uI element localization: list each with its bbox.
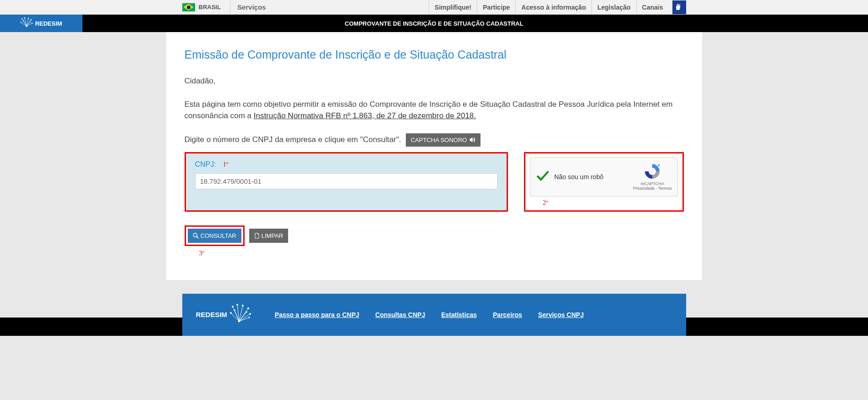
recaptcha-label: Não sou um robô (554, 173, 603, 181)
brasil-flag-icon (182, 3, 195, 11)
svg-point-38 (249, 317, 250, 318)
svg-line-19 (197, 236, 198, 238)
step1-marker: 1º (223, 161, 228, 168)
cnpj-label: CNPJ: (195, 160, 216, 169)
checkmark-icon (536, 169, 550, 185)
redesim-burst-icon (20, 17, 33, 30)
cnpj-panel: CNPJ: 1º (185, 152, 508, 212)
legislacao-link[interactable]: Legislação (591, 0, 636, 15)
audio-icon (469, 137, 475, 143)
acesso-link[interactable]: Acesso à informação (515, 0, 591, 15)
title-bar: REDESIM COMPROVANTE DE INSCRIÇÃO E DE SI… (0, 15, 868, 32)
svg-point-8 (31, 19, 32, 20)
footer: REDESIM Passo a passo para o CNPJ Co (182, 294, 686, 336)
svg-point-16 (30, 21, 31, 22)
participe-link[interactable]: Participe (477, 0, 515, 15)
svg-point-12 (21, 22, 22, 23)
document-icon (254, 233, 260, 239)
page-title: COMPROVANTE DE INSCRIÇÃO E DE SITUAÇÃO C… (345, 20, 524, 27)
limpar-button[interactable]: LIMPAR (249, 229, 288, 243)
canais-link[interactable]: Canais (636, 0, 669, 15)
svg-point-30 (249, 313, 251, 314)
instrucao-normativa-link[interactable]: Instrução Normativa RFB nº 1.863, de 27 … (254, 111, 476, 120)
content-card: Emissão de Comprovante de Inscrição e de… (166, 32, 702, 280)
svg-point-32 (230, 312, 231, 313)
captcha-sonoro-button[interactable]: CAPTCHA SONORO (406, 133, 481, 147)
svg-point-34 (234, 309, 235, 310)
gov-bar: BRASIL Serviços Simplifique! Participe A… (0, 0, 868, 15)
footer-consultas-link[interactable]: Consultas CNPJ (375, 311, 425, 318)
footer-parceiros-link[interactable]: Parceiros (493, 311, 522, 318)
svg-point-2 (22, 18, 22, 19)
step3-marker: 3º (199, 250, 245, 257)
footer-logo: REDESIM (196, 304, 252, 326)
search-icon (193, 233, 199, 239)
svg-point-18 (193, 233, 197, 237)
svg-point-28 (247, 307, 249, 309)
svg-point-4 (24, 17, 25, 18)
svg-point-22 (232, 306, 233, 307)
instruction-text: Digite o número de CNPJ da empresa e cli… (185, 135, 401, 144)
footer-servicos-link[interactable]: Serviços CNPJ (538, 311, 584, 318)
svg-point-10 (32, 23, 33, 24)
svg-line-31 (231, 313, 239, 321)
brasil-label: BRASIL (199, 4, 221, 11)
svg-point-36 (246, 311, 247, 312)
recaptcha-panel: Não sou um robô reCAPTCHA Privacidade - … (524, 152, 683, 212)
libras-icon[interactable] (672, 0, 686, 14)
recaptcha-logo-icon (644, 163, 661, 180)
cnpj-input[interactable] (195, 173, 498, 189)
svg-point-26 (242, 305, 243, 306)
recaptcha-widget[interactable]: Não sou um robô reCAPTCHA Privacidade - … (530, 157, 677, 197)
svg-point-14 (23, 20, 24, 21)
simplifique-link[interactable]: Simplifique! (429, 0, 477, 15)
footer-estatisticas-link[interactable]: Estatísticas (441, 311, 477, 318)
intro-paragraph: Esta página tem como objetivo permitir a… (185, 99, 684, 122)
greeting: Cidadão, (185, 75, 684, 87)
page-heading: Emissão de Comprovante de Inscrição e de… (185, 48, 684, 61)
redesim-logo[interactable]: REDESIM (0, 15, 82, 32)
footer-passo-link[interactable]: Passo a passo para o CNPJ (275, 311, 359, 318)
step2-marker: 2º (543, 199, 677, 207)
consultar-button[interactable]: CONSULTAR (188, 229, 241, 243)
servicos-link[interactable]: Serviços (230, 3, 273, 11)
redesim-burst-icon (230, 304, 252, 326)
svg-marker-17 (658, 164, 660, 167)
svg-point-6 (28, 18, 29, 19)
svg-point-24 (236, 304, 238, 305)
